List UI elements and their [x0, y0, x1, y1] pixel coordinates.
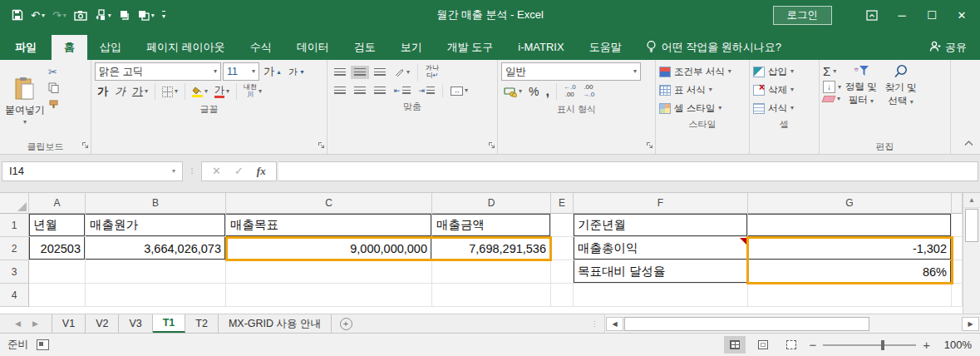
find-select-button[interactable]: 찾기 및 선택 ▾ [881, 62, 921, 140]
copy-cells-icon[interactable] [119, 10, 131, 21]
tab-page-layout[interactable]: 페이지 레이아웃 [134, 35, 238, 60]
tell-me-box[interactable]: 어떤 작업을 원하시나요? [646, 35, 781, 60]
align-right-icon[interactable] [371, 84, 389, 97]
sort-filter-button[interactable]: ㅎ 정렬 및 필터 ▾ [841, 62, 881, 140]
delete-cells-button[interactable]: 삭제▾ [753, 81, 815, 99]
sheet-tab-v1[interactable]: V1 [52, 314, 86, 333]
cell-E2[interactable] [551, 237, 574, 260]
customize-qat-icon[interactable]: ▾ [162, 11, 165, 20]
font-dialog-launcher-icon[interactable] [318, 139, 325, 151]
row-header-1[interactable]: 1 [0, 214, 29, 237]
tab-insert[interactable]: 삽입 [87, 35, 134, 60]
duplicate-icon[interactable]: ▾ [138, 10, 155, 21]
cell-E3[interactable] [551, 260, 574, 284]
zoom-out-button[interactable]: − [809, 338, 816, 352]
cell-styles-button[interactable]: 셀 스타일▾ [659, 99, 746, 117]
cancel-entry-icon[interactable]: ✕ [212, 165, 221, 177]
tab-data[interactable]: 데이터 [284, 35, 342, 60]
number-format-select[interactable]: 일반▾ [501, 62, 641, 81]
insert-function-icon[interactable]: fx [257, 165, 266, 178]
cell-F1[interactable]: 기준년월 [574, 214, 748, 237]
cell-C4[interactable] [226, 284, 432, 307]
share-button[interactable]: 공유 [929, 35, 980, 60]
horizontal-scrollbar[interactable]: ◀ ▶ [604, 314, 980, 333]
middle-align-icon[interactable] [351, 66, 369, 79]
accounting-format-icon[interactable]: ▾ [501, 85, 524, 99]
cell-F2[interactable]: 매출총이익 [574, 237, 748, 260]
page-break-view-button[interactable] [781, 336, 802, 354]
confirm-entry-icon[interactable]: ✓ [234, 165, 244, 177]
sheet-tab-v3[interactable]: V3 [119, 314, 152, 333]
close-icon[interactable]: ✕ [948, 4, 975, 26]
name-box[interactable]: I14▾ [2, 161, 183, 181]
prev-sheet-icon[interactable]: ◀ [15, 319, 21, 328]
tab-home[interactable]: 홈 [52, 35, 87, 60]
formula-input[interactable] [278, 161, 978, 181]
italic-button[interactable]: 가 [112, 82, 128, 101]
conditional-formatting-button[interactable]: 조건부 서식▾ [659, 62, 746, 81]
sheet-tab-t2[interactable]: T2 [185, 314, 219, 333]
decrease-decimal-icon[interactable]: .00→.0 [580, 82, 598, 101]
cell-B2[interactable]: 3,664,026,073 [86, 237, 226, 260]
clear-button[interactable]: ▾ [823, 96, 841, 102]
zoom-in-button[interactable]: + [923, 338, 930, 352]
login-button[interactable]: 로그인 [773, 6, 833, 25]
cell-G1[interactable] [748, 214, 952, 237]
grow-font-button[interactable]: 가▲ [261, 62, 284, 81]
cell-B4[interactable] [86, 284, 226, 307]
column-header-C[interactable]: C [226, 193, 432, 214]
cell-C1[interactable]: 매출목표 [226, 214, 432, 237]
normal-view-button[interactable] [724, 336, 746, 354]
cell-G4[interactable] [748, 284, 952, 307]
sheet-tab-v2[interactable]: V2 [86, 314, 119, 333]
format-as-table-button[interactable]: 표 서식▾ [659, 81, 746, 99]
row-header-3[interactable]: 3 [0, 260, 29, 284]
cell-A2[interactable]: 202503 [29, 237, 86, 260]
maximize-icon[interactable]: ☐ [918, 4, 945, 26]
clipboard-dialog-launcher-icon[interactable] [81, 139, 89, 151]
font-name-select[interactable]: 맑은 고딕▾ [95, 62, 221, 81]
font-color-icon[interactable]: 가▾ [212, 83, 232, 100]
align-left-icon[interactable] [331, 84, 349, 97]
fill-button[interactable]: ↓▾ [823, 81, 841, 93]
bottom-align-icon[interactable] [371, 66, 389, 79]
column-header-E[interactable]: E [551, 193, 574, 214]
ribbon-display-options-icon[interactable] [859, 4, 885, 26]
number-dialog-launcher-icon[interactable] [646, 139, 653, 151]
tab-formulas[interactable]: 수식 [238, 35, 284, 60]
column-header-G[interactable]: G [748, 193, 952, 214]
cell-F3[interactable]: 목표대비 달성율 [574, 260, 748, 284]
zoom-slider-thumb[interactable] [881, 340, 884, 350]
column-header-D[interactable]: D [432, 193, 551, 214]
cell-E4[interactable] [551, 284, 574, 307]
shrink-font-button[interactable]: 가▼ [286, 64, 308, 80]
paste-special-icon[interactable]: ▾ [95, 9, 111, 21]
format-painter-icon[interactable] [48, 100, 59, 113]
cell-A3[interactable] [29, 260, 86, 284]
increase-decimal-icon[interactable]: ←.0.00 [561, 82, 579, 101]
tab-imatrix[interactable]: i-MATRIX [505, 35, 576, 60]
font-size-select[interactable]: 11▾ [223, 62, 259, 81]
paste-button[interactable]: 붙여넣기 ▾ [3, 62, 47, 140]
cell-A4[interactable] [29, 284, 86, 307]
vertical-scrollbar[interactable]: ▲ [963, 193, 980, 314]
sheet-tab-mx-grid[interactable]: MX-GRID 사용 안내 [219, 314, 332, 333]
new-sheet-button[interactable]: + [332, 314, 360, 333]
wrap-text-icon[interactable]: 가나다↵ [422, 62, 442, 82]
tab-developer[interactable]: 개발 도구 [435, 35, 506, 60]
horizontal-scroll-thumb[interactable] [624, 317, 869, 331]
cell-D3[interactable] [432, 260, 551, 284]
increase-indent-icon[interactable]: ⇥ [416, 84, 439, 97]
row-header-4[interactable]: 4 [0, 284, 29, 307]
next-sheet-icon[interactable]: ▶ [32, 319, 38, 328]
cell-A1[interactable]: 년월 [29, 214, 86, 237]
cell-G3[interactable]: 86% [748, 260, 952, 284]
collapse-ribbon-icon[interactable] [964, 136, 973, 149]
comma-style-icon[interactable]: , [543, 82, 551, 101]
scroll-right-icon[interactable]: ▶ [962, 317, 979, 331]
alignment-dialog-launcher-icon[interactable] [488, 139, 495, 151]
macro-record-icon[interactable] [37, 339, 49, 350]
undo-icon[interactable]: ↶▾ [31, 9, 45, 22]
tab-view[interactable]: 보기 [388, 35, 435, 60]
cell-G2[interactable]: -1,302 [748, 237, 952, 260]
